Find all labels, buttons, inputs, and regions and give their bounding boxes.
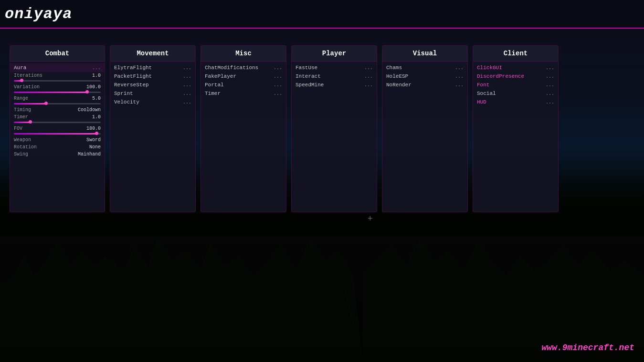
misc-item-fakeplayer[interactable]: FakePlayer ...: [201, 72, 286, 81]
setting-weapon: Weapon Sword: [10, 136, 105, 144]
movement-item-reversestep[interactable]: ReverseStep ...: [110, 81, 195, 89]
tree-silhouette: [0, 199, 644, 362]
panel-combat-header: Combat: [10, 46, 105, 62]
visual-item-holeesp[interactable]: HoleESP ...: [382, 72, 467, 81]
client-item-hud[interactable]: HUD ...: [473, 98, 558, 106]
client-item-font[interactable]: Font ...: [473, 81, 558, 89]
panel-client-items: ClickGUI ... DiscordPresence ... Font ..…: [473, 62, 558, 108]
panels-container: Combat Aura ... Iterations 1.0 Variation…: [10, 45, 559, 212]
header-bar: oniyaya: [0, 0, 644, 29]
panel-client-header: Client: [473, 46, 558, 62]
panel-player-items: FastUse ... Interact ... SpeedMine ...: [292, 62, 377, 91]
panel-movement-items: ElytraFlight ... PacketFlight ... Revers…: [110, 62, 195, 108]
app-title: oniyaya: [5, 5, 72, 23]
combat-aura-label: Aura: [14, 65, 26, 71]
movement-item-elytraflight[interactable]: ElytraFlight ...: [110, 63, 195, 72]
movement-item-sprint[interactable]: Sprint ...: [110, 89, 195, 98]
combat-item-aura[interactable]: Aura ...: [10, 63, 105, 72]
slider-range[interactable]: [10, 102, 105, 106]
panel-player: Player FastUse ... Interact ... SpeedMin…: [291, 45, 377, 212]
client-item-clickgui[interactable]: ClickGUI ...: [473, 63, 558, 72]
watermark: www.9minecraft.net: [542, 343, 634, 352]
panel-misc-items: ChatModifications ... FakePlayer ... Por…: [201, 62, 286, 100]
misc-item-portal[interactable]: Portal ...: [201, 81, 286, 89]
panel-movement: Movement ElytraFlight ... PacketFlight .…: [110, 45, 196, 212]
movement-item-velocity[interactable]: Velocity ...: [110, 98, 195, 106]
visual-item-chams[interactable]: Chams ...: [382, 63, 467, 72]
panel-visual: Visual Chams ... HoleESP ... NoRender ..…: [382, 45, 468, 212]
panel-visual-items: Chams ... HoleESP ... NoRender ...: [382, 62, 467, 91]
setting-iterations: Iterations 1.0: [10, 72, 105, 79]
panel-player-header: Player: [292, 46, 377, 62]
plus-icon: +: [368, 214, 373, 224]
slider-timer[interactable]: [10, 121, 105, 125]
panel-visual-header: Visual: [382, 46, 467, 62]
setting-timing: Timing Cooldown: [10, 106, 105, 114]
setting-variation: Variation 100.0: [10, 83, 105, 91]
setting-swing: Swing Mainhand: [10, 151, 105, 158]
slider-variation[interactable]: [10, 91, 105, 95]
panel-combat-items: Aura ... Iterations 1.0 Variation 100.0: [10, 62, 105, 160]
player-item-fastuse[interactable]: FastUse ...: [292, 63, 377, 72]
setting-range: Range 5.0: [10, 95, 105, 102]
slider-iterations[interactable]: [10, 79, 105, 83]
setting-rotation: Rotation None: [10, 144, 105, 151]
player-item-interact[interactable]: Interact ...: [292, 72, 377, 81]
panel-movement-header: Movement: [110, 46, 195, 62]
client-item-discordpresence[interactable]: DiscordPresence ...: [473, 72, 558, 81]
misc-item-timer[interactable]: Timer ...: [201, 89, 286, 98]
panel-misc-header: Misc: [201, 46, 286, 62]
panel-combat: Combat Aura ... Iterations 1.0 Variation…: [10, 45, 105, 212]
panel-client: Client ClickGUI ... DiscordPresence ... …: [473, 45, 559, 212]
misc-item-chatmodifications[interactable]: ChatModifications ...: [201, 63, 286, 72]
panel-misc: Misc ChatModifications ... FakePlayer ..…: [201, 45, 286, 212]
visual-item-norender[interactable]: NoRender ...: [382, 81, 467, 89]
setting-timer: Timer 1.0: [10, 114, 105, 121]
combat-aura-dots: ...: [92, 65, 101, 71]
slider-fov[interactable]: [10, 132, 105, 136]
player-item-speedmine[interactable]: SpeedMine ...: [292, 81, 377, 89]
client-item-social[interactable]: Social ...: [473, 89, 558, 98]
setting-fov: FOV 180.0: [10, 125, 105, 132]
movement-item-packetflight[interactable]: PacketFlight ...: [110, 72, 195, 81]
